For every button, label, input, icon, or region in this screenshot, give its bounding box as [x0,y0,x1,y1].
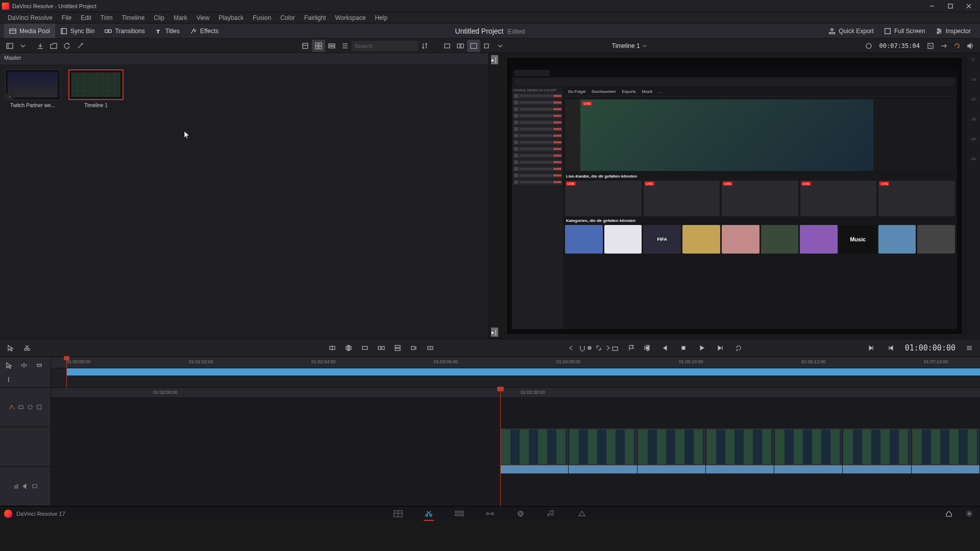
reverse-play-icon[interactable] [658,342,672,354]
replace-clip-icon[interactable] [358,342,372,354]
menu-fairlight[interactable]: Fairlight [300,14,331,21]
chevron-down-icon[interactable] [494,40,507,52]
menu-help[interactable]: Help [370,14,392,21]
timeline-selector[interactable]: Timeline 1 [609,42,650,49]
blade-tool-icon[interactable] [20,342,34,354]
list-view-icon[interactable] [338,40,352,52]
menu-workspace[interactable]: Workspace [331,14,371,21]
full-screen-button[interactable]: Full Screen [879,23,930,38]
pointer-tool-icon[interactable] [2,359,15,371]
go-to-start-icon[interactable] [640,342,653,354]
insert-clip-icon[interactable] [326,342,339,354]
trim-tool-icon[interactable] [17,359,31,371]
append-icon[interactable] [407,342,421,354]
cut-page-icon[interactable] [424,510,434,518]
quick-export-button[interactable]: Quick Export [823,23,879,38]
loop-playback-icon[interactable] [732,342,745,354]
go-to-end-icon[interactable] [714,342,727,354]
menu-clip[interactable]: Clip [149,14,169,21]
audio-track-header[interactable] [0,467,51,506]
inspector-button[interactable]: Inspector [930,23,976,38]
timeline-ruler[interactable]: 01:02:00:00 01:02:20:00 [51,388,980,398]
menu-davinci[interactable]: DaVinci Resolve [3,14,57,21]
menu-fusion[interactable]: Fusion [248,14,276,21]
single-viewer-icon[interactable] [440,40,454,52]
next-edit-icon[interactable] [601,342,615,354]
home-icon[interactable] [942,508,955,520]
overwrite-clip-icon[interactable] [342,342,355,354]
viewer-mode-icon[interactable] [480,40,494,52]
selection-tool-icon[interactable] [4,342,17,354]
clip-item[interactable]: ♪ Twitch Partner we... [5,69,60,108]
effects-wand-icon[interactable] [74,40,87,52]
effects-tab[interactable]: Effects [185,23,224,38]
refresh-icon[interactable] [60,40,74,52]
stop-icon[interactable] [677,342,690,354]
record-timecode[interactable]: 01:00:00:00 [905,343,955,353]
prev-marker-icon[interactable] [885,342,898,354]
video-track-clip[interactable] [500,429,980,473]
media-pool-tab[interactable]: Media Pool [4,23,55,38]
edit-page-icon[interactable] [454,510,464,518]
match-frame-icon[interactable] [924,40,937,52]
next-marker-icon[interactable] [864,342,877,354]
sort-icon[interactable] [418,40,431,52]
menu-file[interactable]: File [57,14,76,21]
cinema-viewer-icon[interactable] [467,40,480,52]
mute-icon[interactable] [964,40,977,52]
timeline-playhead[interactable] [500,388,501,506]
chevron-down-icon[interactable] [16,40,30,52]
timeline-nav-ruler[interactable]: 01:00:00:00 01:01:02:00 01:02:04:00 01:0… [51,357,980,368]
menu-playback[interactable]: Playback [214,14,248,21]
timeline-item[interactable]: Timeline 1 [68,69,124,108]
fairlight-page-icon[interactable] [546,510,556,518]
blade-edit-icon[interactable] [2,373,15,386]
transitions-tab[interactable]: Transitions [100,23,150,38]
svg-rect-23 [303,43,308,48]
deliver-page-icon[interactable] [577,510,587,518]
menu-mark[interactable]: Mark [169,14,192,21]
maximize-button[interactable] [941,1,960,12]
sync-bin-tab[interactable]: Sync Bin [55,23,100,38]
playhead-dot-icon[interactable] [583,342,596,354]
folder-icon[interactable] [47,40,60,52]
strip-view-icon[interactable] [325,40,338,52]
fusion-page-icon[interactable] [485,510,495,518]
dynamic-trim-icon[interactable] [33,359,46,371]
bin-list-icon[interactable] [3,40,16,52]
step-forward-icon[interactable]: ▸│ [491,328,498,337]
bin-header[interactable]: Master [0,53,488,64]
menu-edit[interactable]: Edit [76,14,96,21]
nav-playhead[interactable] [66,357,67,388]
bypass-icon[interactable] [937,40,950,52]
meter-tick: 0 [972,57,974,62]
titles-tab[interactable]: T Titles [150,23,185,38]
ripple-overwrite-icon[interactable] [424,342,437,354]
dual-viewer-icon[interactable] [454,40,467,52]
track-marker-row[interactable] [0,388,51,427]
timeline-tracks[interactable]: 01:02:00:00 01:02:20:00 [51,388,980,506]
thumbnail-view-icon[interactable] [312,40,325,52]
source-tc-options-icon[interactable] [862,40,875,52]
step-forward-icon[interactable]: ▸│ [491,55,498,64]
video-track-header[interactable] [0,427,51,466]
settings-gear-icon[interactable] [963,508,976,520]
fit-to-fill-icon[interactable] [375,342,388,354]
menu-timeline[interactable]: Timeline [117,14,149,21]
minimize-button[interactable] [923,1,941,12]
loop-icon[interactable] [950,40,964,52]
media-page-icon[interactable] [393,510,403,518]
menu-color[interactable]: Color [276,14,300,21]
import-icon[interactable] [34,40,47,52]
timeline-options-icon[interactable] [963,342,976,354]
metadata-view-icon[interactable] [299,40,312,52]
menu-trim[interactable]: Trim [96,14,117,21]
search-input[interactable] [352,41,418,51]
close-button[interactable] [960,1,978,12]
menu-view[interactable]: View [192,14,214,21]
color-page-icon[interactable] [516,510,526,518]
place-on-top-icon[interactable] [391,342,404,354]
prev-edit-icon[interactable] [565,342,578,354]
play-icon[interactable] [695,342,708,354]
timeline-nav-strip[interactable] [66,368,980,375]
